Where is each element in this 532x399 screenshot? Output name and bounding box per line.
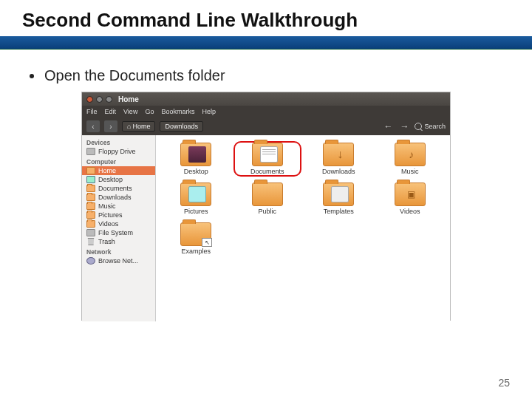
menu-edit[interactable]: Edit (105, 108, 117, 115)
search-label: Search (424, 123, 446, 130)
sidebar-item-label: Documents (98, 185, 132, 192)
sidebar-section-network: Network (82, 246, 155, 256)
nav-prev-icon[interactable]: ← (382, 121, 394, 132)
sidebar-item-label: Downloads (98, 194, 132, 201)
folder-icon (323, 183, 354, 206)
folder-icon (252, 143, 283, 166)
folder-pictures[interactable]: Pictures (162, 181, 231, 216)
sidebar-item-desktop[interactable]: Desktop (82, 175, 155, 184)
folder-label: Desktop (184, 168, 208, 175)
back-button[interactable]: ‹ (86, 120, 100, 132)
maximize-icon[interactable] (106, 96, 112, 103)
sidebar-section-computer: Computer (82, 156, 155, 166)
nav-next-icon[interactable]: → (398, 121, 410, 132)
sidebar-item-filesystem[interactable]: File System (82, 228, 155, 237)
menu-go[interactable]: Go (145, 108, 154, 115)
folder-icon (86, 194, 95, 201)
search-button[interactable]: Search (415, 123, 446, 130)
sidebar-item-trash[interactable]: Trash (82, 237, 155, 246)
breadcrumb-home[interactable]: ⌂ Home (122, 121, 155, 132)
sidebar-item-label: Trash (98, 238, 115, 245)
menubar: File Edit View Go Bookmarks Help (82, 106, 450, 117)
sidebar-item-videos[interactable]: Videos (82, 219, 155, 228)
folder-label: Music (401, 168, 419, 175)
folder-documents[interactable]: Documents (233, 141, 302, 177)
sidebar-item-browse-network[interactable]: Browse Net... (82, 256, 155, 265)
folder-icon (86, 185, 95, 192)
title-underline (0, 36, 532, 50)
menu-view[interactable]: View (123, 108, 137, 115)
folder-desktop[interactable]: Desktop (162, 141, 231, 177)
network-icon (86, 257, 95, 265)
folder-icon (395, 183, 426, 206)
breadcrumb-downloads[interactable]: Downloads (160, 121, 203, 132)
window-titlebar[interactable]: Home (82, 92, 450, 106)
sidebar-item-label: Desktop (98, 176, 123, 183)
menu-file[interactable]: File (86, 108, 98, 115)
menu-help[interactable]: Help (202, 108, 216, 115)
page-number: 25 (498, 377, 510, 389)
home-icon: ⌂ (127, 123, 131, 130)
folder-public[interactable]: Public (233, 181, 302, 216)
folder-icon (86, 220, 95, 228)
sidebar-item-music[interactable]: Music (82, 202, 155, 211)
sidebar: Devices Floppy Drive Computer Home Deskt… (82, 135, 156, 321)
drive-icon (86, 148, 95, 155)
breadcrumb-label: Downloads (165, 123, 198, 130)
sidebar-item-label: Music (98, 202, 116, 210)
desktop-icon (86, 176, 95, 183)
menu-bookmarks[interactable]: Bookmarks (161, 108, 194, 115)
folder-templates[interactable]: Templates (304, 181, 373, 216)
folder-icon (180, 222, 211, 246)
sidebar-item-label: Browse Net... (98, 257, 138, 265)
folder-label: Public (258, 208, 276, 215)
sidebar-item-label: File System (98, 229, 133, 236)
folder-videos[interactable]: Videos (376, 181, 445, 216)
trash-icon (86, 238, 95, 245)
toolbar: ‹ › ⌂ Home Downloads ← → Search (82, 117, 450, 135)
home-icon (86, 167, 95, 174)
folder-icon (323, 143, 354, 166)
folder-icon (180, 143, 211, 166)
breadcrumb-label: Home (132, 123, 150, 130)
folder-label: Videos (400, 208, 420, 215)
sidebar-item-label: Videos (98, 220, 118, 228)
folder-icon (395, 143, 426, 166)
folder-label: Examples (181, 248, 211, 255)
minimize-icon[interactable] (96, 96, 103, 103)
folder-icon (86, 211, 95, 219)
window-title: Home (118, 95, 139, 103)
forward-button[interactable]: › (104, 120, 117, 132)
folder-examples[interactable]: Examples (162, 221, 231, 256)
sidebar-item-label: Home (98, 167, 116, 174)
sidebar-item-pictures[interactable]: Pictures (82, 211, 155, 219)
folder-music[interactable]: Music (376, 141, 445, 177)
folder-icon (180, 183, 211, 206)
sidebar-item-floppy[interactable]: Floppy Drive (82, 147, 155, 156)
folder-label: Documents (250, 168, 284, 175)
bullet-dot-icon (30, 74, 34, 78)
sidebar-section-devices: Devices (82, 137, 155, 147)
bullet-item: Open the Documents folder (0, 50, 532, 92)
drive-icon (86, 229, 95, 236)
sidebar-item-label: Floppy Drive (98, 148, 136, 155)
sidebar-item-downloads[interactable]: Downloads (82, 193, 155, 202)
slide-title: Second Command Line Walkthrough (0, 0, 532, 36)
sidebar-item-home[interactable]: Home (82, 166, 155, 175)
folder-label: Downloads (322, 168, 355, 175)
folder-view[interactable]: DesktopDocumentsDownloadsMusicPicturesPu… (156, 135, 450, 321)
bullet-text: Open the Documents folder (44, 67, 225, 84)
folder-label: Templates (324, 208, 354, 215)
close-icon[interactable] (86, 96, 93, 103)
folder-label: Pictures (184, 208, 208, 215)
sidebar-item-label: Pictures (98, 211, 123, 219)
folder-icon (252, 183, 283, 206)
search-icon (415, 123, 422, 130)
folder-icon (86, 202, 95, 210)
file-manager-window: Home File Edit View Go Bookmarks Help ‹ … (81, 92, 451, 321)
folder-downloads[interactable]: Downloads (304, 141, 373, 177)
sidebar-item-documents[interactable]: Documents (82, 184, 155, 193)
